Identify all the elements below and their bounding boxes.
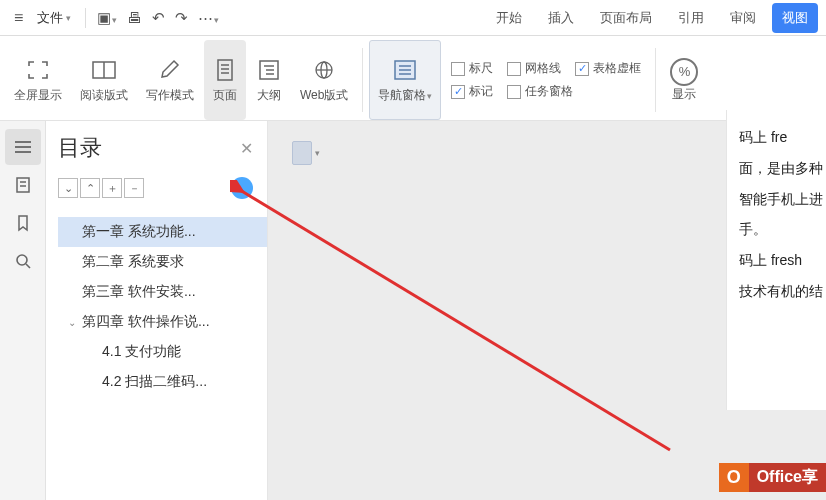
btn-display[interactable]: % 显示 <box>662 40 698 120</box>
tree-item[interactable]: 4.2 扫描二维码... <box>58 367 267 397</box>
fullscreen-icon <box>25 57 51 83</box>
svg-rect-20 <box>17 178 29 192</box>
nav-collapse-all[interactable]: ⌄ <box>58 178 78 198</box>
side-pages[interactable] <box>5 167 41 203</box>
tab-start[interactable]: 开始 <box>486 3 532 33</box>
svg-rect-2 <box>218 60 232 80</box>
document-preview: 码上 fre 面，是由多种 智能手机上进 手。 码上 fresh 技术有机的结 <box>726 110 826 410</box>
qa-save[interactable]: ▣▾ <box>92 5 122 31</box>
sidebar <box>0 121 46 500</box>
nav-title: 目录 <box>58 133 102 163</box>
chk-table-virtual[interactable]: ✓表格虚框 <box>575 60 641 77</box>
writing-icon <box>157 57 183 83</box>
view-checks: 标尺 网格线 ✓表格虚框 ✓标记 任务窗格 <box>443 40 649 120</box>
btn-writing[interactable]: 写作模式 <box>138 40 202 120</box>
ribbon-tabs: 开始 插入 页面布局 引用 审阅 视图 <box>486 3 818 33</box>
btn-fullscreen[interactable]: 全屏显示 <box>6 40 70 120</box>
qa-print[interactable]: 🖶 <box>122 5 147 30</box>
tab-reference[interactable]: 引用 <box>668 3 714 33</box>
nav-tree: 第一章 系统功能... 第二章 系统要求 第三章 软件安装... ⌄第四章 软件… <box>58 217 267 397</box>
side-outline[interactable] <box>5 129 41 165</box>
tree-item[interactable]: 第二章 系统要求 <box>58 247 267 277</box>
side-bookmark[interactable] <box>5 205 41 241</box>
page-thumbnail-icon <box>292 141 312 165</box>
chk-ruler[interactable]: 标尺 <box>451 60 493 77</box>
page-icon-bar[interactable]: ▾ <box>292 141 320 165</box>
nav-expand-all[interactable]: ⌃ <box>80 178 100 198</box>
chk-mark[interactable]: ✓标记 <box>451 83 493 100</box>
nav-add[interactable]: ＋ <box>102 178 122 198</box>
chk-grid[interactable]: 网格线 <box>507 60 561 77</box>
chk-taskpane[interactable]: 任务窗格 <box>507 83 573 100</box>
page-icon <box>212 57 238 83</box>
tab-page-layout[interactable]: 页面布局 <box>590 3 662 33</box>
tab-review[interactable]: 审阅 <box>720 3 766 33</box>
side-search[interactable] <box>5 243 41 279</box>
outline-icon <box>256 57 282 83</box>
qa-more[interactable]: ⋯▾ <box>193 5 224 31</box>
nav-pane-icon <box>392 57 418 83</box>
btn-reading[interactable]: 阅读版式 <box>72 40 136 120</box>
svg-line-24 <box>26 264 30 268</box>
btn-nav-pane[interactable]: 导航窗格▾ <box>369 40 441 120</box>
tree-item[interactable]: ⌄第四章 软件操作说... <box>58 307 267 337</box>
nav-ai-icon[interactable] <box>231 177 253 199</box>
web-icon <box>311 57 337 83</box>
percent-icon: % <box>670 58 698 86</box>
tab-view[interactable]: 视图 <box>772 3 818 33</box>
svg-point-23 <box>17 255 27 265</box>
main: 目录 ✕ ⌄ ⌃ ＋ － 第一章 系统功能... 第二章 系统要求 第三章 软件… <box>0 121 826 500</box>
qa-undo[interactable]: ↶ <box>147 5 170 31</box>
menubar: ≡ 文件▾ ▣▾ 🖶 ↶ ↷ ⋯▾ 开始 插入 页面布局 引用 审阅 视图 <box>0 0 826 36</box>
chevron-down-icon[interactable]: ⌄ <box>68 317 82 328</box>
tab-insert[interactable]: 插入 <box>538 3 584 33</box>
tree-item[interactable]: 第三章 软件安装... <box>58 277 267 307</box>
nav-remove[interactable]: － <box>124 178 144 198</box>
nav-close[interactable]: ✕ <box>240 139 253 158</box>
tree-item[interactable]: 4.1 支付功能 <box>58 337 267 367</box>
btn-outline[interactable]: 大纲 <box>248 40 290 120</box>
nav-panel: 目录 ✕ ⌄ ⌃ ＋ － 第一章 系统功能... 第二章 系统要求 第三章 软件… <box>46 121 268 500</box>
tree-item[interactable]: 第一章 系统功能... <box>58 217 267 247</box>
qa-redo[interactable]: ↷ <box>170 5 193 31</box>
ribbon: 全屏显示 阅读版式 写作模式 页面 大纲 Web版式 导航窗格▾ 标尺 网格线 … <box>0 36 826 121</box>
hamburger-icon[interactable]: ≡ <box>8 5 29 31</box>
file-menu[interactable]: 文件▾ <box>29 5 79 31</box>
btn-page[interactable]: 页面 <box>204 40 246 120</box>
watermark: O Office享 <box>719 463 826 492</box>
btn-web[interactable]: Web版式 <box>292 40 356 120</box>
reading-icon <box>91 57 117 83</box>
